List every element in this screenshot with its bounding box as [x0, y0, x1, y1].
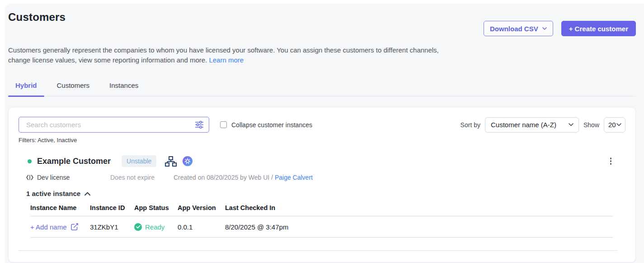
app-status-value: Ready — [134, 223, 178, 231]
instance-table-header: Instance Name Instance ID App Status App… — [30, 204, 613, 216]
search-input[interactable] — [25, 120, 195, 129]
show-select[interactable]: 20 — [604, 117, 625, 133]
chevron-down-icon — [542, 27, 547, 30]
customer-actions-menu-button[interactable] — [608, 156, 614, 167]
license-expiry-label: Does not expire — [110, 174, 174, 181]
collapse-instances-control[interactable]: Collapse customer instances — [220, 121, 312, 129]
created-by-text: Created on 08/20/2025 by Web UI / Paige … — [174, 174, 313, 181]
customer-section-divider — [19, 250, 617, 251]
instance-id-value: 31ZKbY1 — [90, 223, 134, 231]
page-header: Customers Download CSV + Create customer — [8, 11, 636, 36]
tab-hybrid[interactable]: Hybrid — [8, 81, 44, 96]
show-select-value: 20 — [608, 121, 616, 129]
create-customer-button[interactable]: + Create customer — [561, 21, 636, 36]
customer-row: Example Customer Unstable — [19, 155, 625, 167]
col-app-status: App Status — [134, 204, 178, 211]
chevron-up-icon — [85, 192, 90, 196]
page-background: Customers Download CSV + Create customer… — [5, 4, 644, 263]
chevron-down-icon — [616, 123, 621, 126]
card-toolbar: Collapse customer instances Sort by Cust… — [19, 117, 625, 133]
search-box — [19, 117, 209, 133]
add-instance-name-button[interactable]: + Add name — [30, 223, 90, 231]
add-name-label: + Add name — [30, 223, 66, 231]
collapse-instances-label: Collapse customer instances — [231, 121, 312, 129]
customer-name-link[interactable]: Example Customer — [37, 157, 111, 166]
col-last-checked-in: Last Checked In — [225, 204, 613, 211]
check-circle-icon — [134, 223, 142, 231]
sort-select-value: Customer name (A-Z) — [491, 121, 556, 129]
customer-active-dot — [28, 159, 32, 163]
learn-more-link[interactable]: Learn more — [209, 56, 244, 64]
page-description: Customers generally represent the compan… — [8, 45, 441, 65]
license-meta-row: Dev license Does not expire Created on 0… — [19, 174, 625, 181]
created-on-text: Created on 08/20/2025 by Web UI / — [174, 174, 273, 181]
tab-instances[interactable]: Instances — [102, 81, 146, 96]
collapse-instances-checkbox[interactable] — [220, 121, 227, 128]
col-app-version: App Version — [178, 204, 225, 211]
instance-table-row: + Add name 31ZKbY1 — [30, 216, 613, 238]
active-filters-text: Filters: Active, Inactive — [19, 137, 625, 143]
page-title: Customers — [8, 11, 66, 24]
instances-summary-label: 1 active instance — [26, 190, 80, 197]
edit-pencil-icon[interactable] — [71, 223, 79, 231]
last-checked-in-value: 8/20/2025 @ 3:47pm — [225, 223, 613, 231]
app-version-value: 0.0.1 — [178, 223, 225, 231]
show-label: Show — [583, 121, 599, 129]
sort-select[interactable]: Customer name (A-Z) — [485, 117, 579, 133]
kubernetes-icon — [183, 156, 193, 166]
code-icon — [26, 175, 33, 180]
customers-card: Collapse customer instances Sort by Cust… — [8, 107, 636, 263]
instances-toggle[interactable]: 1 active instance — [19, 190, 90, 197]
tab-bar: Hybrid Customers Instances — [8, 81, 636, 96]
channel-badge: Unstable — [122, 155, 156, 167]
col-instance-id: Instance ID — [90, 204, 134, 211]
sitemap-icon — [165, 156, 177, 167]
license-type-label: Dev license — [37, 174, 70, 181]
download-csv-label: Download CSV — [490, 25, 538, 33]
app-status-label: Ready — [145, 223, 165, 231]
tab-customers[interactable]: Customers — [50, 81, 97, 96]
filter-sliders-icon[interactable] — [195, 121, 204, 129]
sort-by-label: Sort by — [461, 121, 480, 129]
col-instance-name: Instance Name — [30, 204, 90, 211]
created-by-link[interactable]: Paige Calvert — [275, 174, 313, 181]
create-customer-label: + Create customer — [569, 25, 628, 33]
download-csv-button[interactable]: Download CSV — [484, 21, 553, 36]
instance-table: Instance Name Instance ID App Status App… — [30, 204, 613, 238]
chevron-down-icon — [569, 123, 573, 126]
